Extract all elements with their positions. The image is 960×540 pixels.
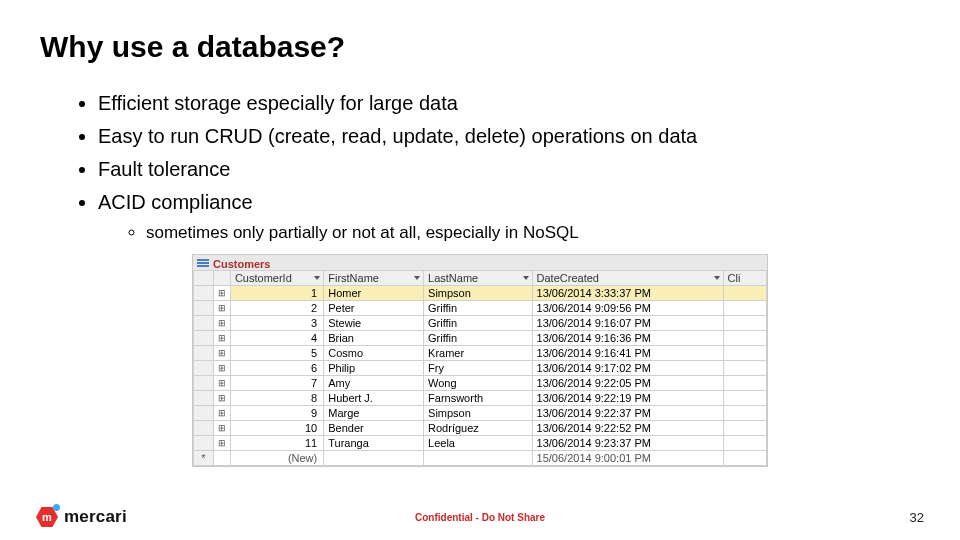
cell-cli[interactable] bbox=[723, 435, 766, 450]
expand-row-icon[interactable]: ⊞ bbox=[213, 375, 230, 390]
cell-lastname[interactable]: Farnsworth bbox=[424, 390, 533, 405]
cell-cli[interactable] bbox=[723, 360, 766, 375]
chevron-down-icon[interactable] bbox=[314, 276, 320, 280]
cell-firstname[interactable]: Hubert J. bbox=[324, 390, 424, 405]
row-selector[interactable] bbox=[194, 390, 214, 405]
row-selector[interactable] bbox=[194, 435, 214, 450]
chevron-down-icon[interactable] bbox=[714, 276, 720, 280]
cell-datecreated[interactable]: 13/06/2014 9:16:41 PM bbox=[532, 345, 723, 360]
cell-firstname[interactable]: Philip bbox=[324, 360, 424, 375]
cell-datecreated[interactable]: 13/06/2014 9:17:02 PM bbox=[532, 360, 723, 375]
cell-datecreated[interactable]: 13/06/2014 9:22:19 PM bbox=[532, 390, 723, 405]
cell-cli[interactable] bbox=[723, 420, 766, 435]
cell-lastname[interactable]: Griffin bbox=[424, 330, 533, 345]
cell-lastname[interactable]: Leela bbox=[424, 435, 533, 450]
cell-datecreated[interactable]: 15/06/2014 9:00:01 PM bbox=[532, 450, 723, 465]
cell-firstname[interactable]: Marge bbox=[324, 405, 424, 420]
col-header-customerid[interactable]: CustomerId bbox=[230, 270, 323, 285]
table-row[interactable]: ⊞3StewieGriffin13/06/2014 9:16:07 PM bbox=[194, 315, 767, 330]
row-selector[interactable] bbox=[194, 405, 214, 420]
cell-customerid[interactable]: 8 bbox=[230, 390, 323, 405]
cell-lastname[interactable]: Simpson bbox=[424, 285, 533, 300]
table-row[interactable]: ⊞11TurangaLeela13/06/2014 9:23:37 PM bbox=[194, 435, 767, 450]
cell-customerid[interactable]: 4 bbox=[230, 330, 323, 345]
expand-header[interactable] bbox=[213, 270, 230, 285]
cell-datecreated[interactable]: 13/06/2014 9:16:36 PM bbox=[532, 330, 723, 345]
cell-firstname[interactable]: Brian bbox=[324, 330, 424, 345]
cell-customerid[interactable]: 6 bbox=[230, 360, 323, 375]
new-row[interactable]: *(New)15/06/2014 9:00:01 PM bbox=[194, 450, 767, 465]
cell-firstname[interactable]: Peter bbox=[324, 300, 424, 315]
table-row[interactable]: ⊞2PeterGriffin13/06/2014 9:09:56 PM bbox=[194, 300, 767, 315]
table-row[interactable]: ⊞4BrianGriffin13/06/2014 9:16:36 PM bbox=[194, 330, 767, 345]
cell-cli[interactable] bbox=[723, 405, 766, 420]
table-row[interactable]: ⊞1HomerSimpson13/06/2014 3:33:37 PM bbox=[194, 285, 767, 300]
expand-row-icon[interactable]: ⊞ bbox=[213, 330, 230, 345]
expand-row-icon[interactable]: ⊞ bbox=[213, 285, 230, 300]
row-selector[interactable] bbox=[194, 330, 214, 345]
cell-customerid[interactable]: (New) bbox=[230, 450, 323, 465]
cell-firstname[interactable]: Cosmo bbox=[324, 345, 424, 360]
cell-cli[interactable] bbox=[723, 390, 766, 405]
table-row[interactable]: ⊞5CosmoKramer13/06/2014 9:16:41 PM bbox=[194, 345, 767, 360]
new-row-marker[interactable]: * bbox=[194, 450, 214, 465]
datasheet-tab[interactable]: Customers bbox=[213, 258, 270, 270]
cell-datecreated[interactable]: 13/06/2014 3:33:37 PM bbox=[532, 285, 723, 300]
cell-customerid[interactable]: 2 bbox=[230, 300, 323, 315]
row-selector[interactable] bbox=[194, 360, 214, 375]
col-header-datecreated[interactable]: DateCreated bbox=[532, 270, 723, 285]
expand-row-icon[interactable]: ⊞ bbox=[213, 300, 230, 315]
cell-cli[interactable] bbox=[723, 300, 766, 315]
cell-customerid[interactable]: 9 bbox=[230, 405, 323, 420]
cell-cli[interactable] bbox=[723, 375, 766, 390]
cell-datecreated[interactable]: 13/06/2014 9:22:05 PM bbox=[532, 375, 723, 390]
cell-customerid[interactable]: 3 bbox=[230, 315, 323, 330]
table-row[interactable]: ⊞10BenderRodríguez13/06/2014 9:22:52 PM bbox=[194, 420, 767, 435]
cell-firstname[interactable]: Homer bbox=[324, 285, 424, 300]
expand-row-icon[interactable]: ⊞ bbox=[213, 360, 230, 375]
cell-cli[interactable] bbox=[723, 330, 766, 345]
row-selector[interactable] bbox=[194, 315, 214, 330]
col-header-lastname[interactable]: LastName bbox=[424, 270, 533, 285]
expand-row-icon[interactable]: ⊞ bbox=[213, 315, 230, 330]
col-header-cli[interactable]: Cli bbox=[723, 270, 766, 285]
cell-lastname[interactable]: Simpson bbox=[424, 405, 533, 420]
cell-lastname[interactable] bbox=[424, 450, 533, 465]
cell-customerid[interactable]: 5 bbox=[230, 345, 323, 360]
cell-customerid[interactable]: 1 bbox=[230, 285, 323, 300]
cell-datecreated[interactable]: 13/06/2014 9:22:52 PM bbox=[532, 420, 723, 435]
expand-row-icon[interactable]: ⊞ bbox=[213, 345, 230, 360]
cell-lastname[interactable]: Rodríguez bbox=[424, 420, 533, 435]
cell-datecreated[interactable]: 13/06/2014 9:09:56 PM bbox=[532, 300, 723, 315]
row-selector[interactable] bbox=[194, 345, 214, 360]
col-header-firstname[interactable]: FirstName bbox=[324, 270, 424, 285]
expand-row-icon[interactable]: ⊞ bbox=[213, 390, 230, 405]
cell-cli[interactable] bbox=[723, 345, 766, 360]
table-row[interactable]: ⊞9MargeSimpson13/06/2014 9:22:37 PM bbox=[194, 405, 767, 420]
expand-row-icon[interactable]: ⊞ bbox=[213, 435, 230, 450]
cell-lastname[interactable]: Fry bbox=[424, 360, 533, 375]
cell-cli[interactable] bbox=[723, 450, 766, 465]
cell-customerid[interactable]: 10 bbox=[230, 420, 323, 435]
cell-firstname[interactable] bbox=[324, 450, 424, 465]
cell-firstname[interactable]: Bender bbox=[324, 420, 424, 435]
chevron-down-icon[interactable] bbox=[414, 276, 420, 280]
row-selector[interactable] bbox=[194, 285, 214, 300]
cell-datecreated[interactable]: 13/06/2014 9:23:37 PM bbox=[532, 435, 723, 450]
cell-lastname[interactable]: Griffin bbox=[424, 315, 533, 330]
table-row[interactable]: ⊞6PhilipFry13/06/2014 9:17:02 PM bbox=[194, 360, 767, 375]
expand-row-icon[interactable]: ⊞ bbox=[213, 420, 230, 435]
cell-datecreated[interactable]: 13/06/2014 9:16:07 PM bbox=[532, 315, 723, 330]
row-selector[interactable] bbox=[194, 375, 214, 390]
cell-firstname[interactable]: Stewie bbox=[324, 315, 424, 330]
cell-firstname[interactable]: Turanga bbox=[324, 435, 424, 450]
table-row[interactable]: ⊞8Hubert J.Farnsworth13/06/2014 9:22:19 … bbox=[194, 390, 767, 405]
row-selector[interactable] bbox=[194, 420, 214, 435]
cell-cli[interactable] bbox=[723, 285, 766, 300]
cell-firstname[interactable]: Amy bbox=[324, 375, 424, 390]
cell-customerid[interactable]: 11 bbox=[230, 435, 323, 450]
cell-cli[interactable] bbox=[723, 315, 766, 330]
chevron-down-icon[interactable] bbox=[523, 276, 529, 280]
cell-lastname[interactable]: Wong bbox=[424, 375, 533, 390]
expand-row-icon[interactable]: ⊞ bbox=[213, 405, 230, 420]
